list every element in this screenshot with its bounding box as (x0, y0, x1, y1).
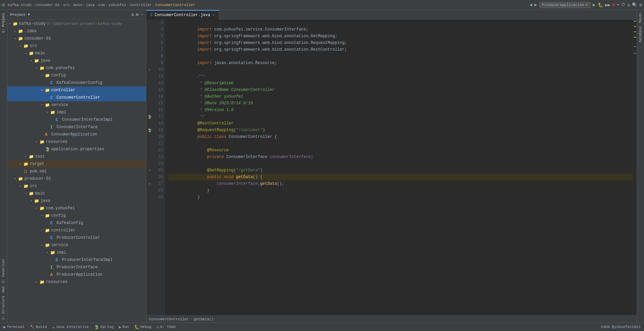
tree-item-service2[interactable]: ▾ 📁 service (7, 241, 146, 249)
tree-item-consumer-interface-impl[interactable]: C ConsumerInterfaceImpl (7, 116, 146, 123)
activity-favorites[interactable]: 2: Favorites (1, 258, 6, 284)
bc-module[interactable]: consumer-01 (35, 3, 60, 7)
maven-label[interactable]: Maven (638, 11, 643, 24)
debug-status-icon: 🐛 (134, 325, 139, 330)
bc-class[interactable]: ConsumerController (155, 3, 195, 7)
tree-label-pom: pom.xml (30, 169, 47, 174)
run-config-selector[interactable]: ProducerApplication ▼ (539, 2, 591, 8)
bc-java[interactable]: java (86, 3, 94, 7)
tree-item-main1[interactable]: ▾ 📁 main (7, 50, 146, 57)
tree-item-app-props[interactable]: 🍃 application.properties (7, 146, 146, 153)
tree-item-producer-controller[interactable]: C ProducerController (7, 234, 146, 241)
terminal-btn[interactable]: ▶ Terminal (3, 325, 24, 330)
panel-minimize-icon[interactable]: − (141, 12, 143, 17)
tree-label-java2: java (41, 199, 50, 203)
tree-item-kafka-study[interactable]: ▾ 📁 kafka-study D:\IDEA\person-project\k… (7, 20, 146, 27)
tree-item-idea[interactable]: ▸ 📁 .idea (7, 27, 146, 35)
tree-item-target[interactable]: ▾ 📁 target (7, 160, 146, 168)
coverage-btn[interactable]: ☂ (617, 2, 619, 7)
tree-label-main2: main (35, 191, 45, 196)
fb-item-method[interactable]: getData() (194, 317, 213, 321)
debug-status-btn[interactable]: 🐛 Debug (134, 325, 151, 330)
code-line-22: private ConsumerInterface consumerInterf… (168, 147, 633, 154)
tree-label-java1: java (41, 58, 50, 63)
tree-label-impl1: impl (57, 110, 66, 115)
database-label[interactable]: Database (638, 25, 643, 44)
tree-item-impl2[interactable]: ▾ 📁 impl (7, 249, 146, 256)
status-bar: ▶ Terminal 🔨 Build ☕ Java Enterprise 🍃 S… (0, 323, 644, 331)
tree-item-test[interactable]: ▸ 📁 test (7, 153, 146, 160)
more-run-btn[interactable]: ▶▶ (605, 2, 611, 8)
tree-item-com-yuhuofei2[interactable]: ▾ 📁 com.yuhuofei (7, 205, 146, 212)
tree-item-com-yuhuofei1[interactable]: ▾ 📁 com.yuhuofei (7, 64, 146, 72)
stop-btn[interactable]: ■ (612, 2, 615, 7)
tree-label-kafka-study: kafka-study (19, 21, 46, 26)
tree-label-test: test (35, 154, 45, 159)
tree-item-producer-app[interactable]: A ProducerApplication (7, 271, 146, 278)
tree-item-kafka-config[interactable]: C KafkaConfig (7, 219, 146, 227)
tree-item-controller2[interactable]: ▾ 📁 controller (7, 227, 146, 234)
nav-forward-icon[interactable]: ► (534, 2, 537, 8)
tree-item-config1[interactable]: ▾ 📁 config (7, 72, 146, 79)
tree-item-consumer01[interactable]: ▾ 📁 consumer-01 (7, 35, 146, 42)
tree-item-main2[interactable]: ▾ 📁 main (7, 190, 146, 197)
tree-item-java2[interactable]: ▾ 📁 java (7, 197, 146, 205)
tree-item-src1[interactable]: ▾ 📁 src (7, 42, 146, 50)
fb-item-class[interactable]: ConsumerController (149, 317, 189, 321)
tree-item-src2[interactable]: ▾ 📁 src (7, 182, 146, 190)
bc-yuhuofei[interactable]: yuhuofei (109, 3, 126, 7)
debug-btn[interactable]: 🐛 (598, 2, 603, 8)
tree-item-producer-interface-impl[interactable]: C ProducerInterfaceImpl (7, 256, 146, 264)
tree-label-src1: src (30, 44, 37, 48)
tree-item-controller1[interactable]: ▾ 📁 controller (7, 87, 146, 94)
tree-label-service1: service (51, 103, 68, 107)
tree-item-resources1[interactable]: ▾ 📁 resources (7, 138, 146, 146)
bc-kafka[interactable]: kafka-study (7, 3, 32, 7)
activity-project[interactable]: 1: Project (1, 11, 6, 34)
tree-item-producer-interface[interactable]: I ProducerInterface (7, 264, 146, 271)
tree-item-consumer-app[interactable]: A ConsumerApplication (7, 131, 146, 138)
tree-label-kafka-path: D:\IDEA\person-project\kafka-study (47, 22, 122, 26)
activity-web[interactable]: Web (1, 285, 6, 294)
tree-item-consumer-controller[interactable]: ▸ C ConsumerController (7, 94, 146, 101)
bc-sep2: › (60, 3, 63, 7)
tree-item-kafka-consumer-config[interactable]: ▸ C KafkaConsumerConfig (7, 79, 146, 87)
bc-src[interactable]: src (63, 3, 70, 7)
nav-back-icon[interactable]: ◄ (529, 2, 532, 8)
code-line-11: * @Description (168, 73, 633, 80)
panel-settings-icon[interactable]: ⚙ (132, 12, 134, 17)
todo-btn[interactable]: ☑ 6: TODO (157, 325, 175, 330)
tree-item-java1[interactable]: ▾ 📁 java (7, 57, 146, 64)
tree-item-producer01[interactable]: ▾ 📁 producer-01 (7, 175, 146, 182)
tab-consumer-controller[interactable]: C ConsumerController.java ✕ (146, 10, 219, 19)
tree-item-impl1[interactable]: ▾ 📁 impl (7, 109, 146, 116)
code-content[interactable]: import com.yuhuofei.service.ConsumerInte… (165, 19, 633, 315)
top-bar: ⚙ kafka-study › consumer-01 › src › main… (0, 0, 644, 10)
tree-item-consumer-interface[interactable]: I ConsumerInterface (7, 123, 146, 131)
tree-item-config2[interactable]: ▾ 📁 config (7, 212, 146, 219)
profile-btn[interactable]: ⏱ (621, 2, 625, 7)
tree-item-service1[interactable]: ▾ 📁 service (7, 101, 146, 109)
bc-main[interactable]: main (73, 3, 82, 7)
tab-close-icon[interactable]: ✕ (212, 13, 215, 17)
search-everywhere-btn[interactable]: 🔍 (632, 2, 637, 8)
settings-btn[interactable]: ⚙ (639, 2, 642, 8)
run-btn[interactable]: ▶ (593, 2, 596, 8)
csdn-credit: CSDN @yuhuofei2021 (601, 325, 641, 329)
bc-controller[interactable]: controller (130, 3, 152, 7)
tab-java-icon: C (150, 12, 153, 17)
tree-item-pom[interactable]: 🗋 pom.xml (7, 168, 146, 175)
activity-structure[interactable]: 2: Structure (1, 294, 6, 321)
build-btn[interactable]: 🔨 Build (30, 325, 47, 330)
tree-item-resources2[interactable]: ▸ 📁 resources (7, 278, 146, 286)
code-editor[interactable]: · ▸ 🍃 🍃 (146, 19, 637, 315)
fb-sep: › (190, 317, 193, 321)
tree-label-main1: main (35, 51, 45, 56)
run-status-btn[interactable]: ▶ Run (119, 325, 129, 330)
spring-btn[interactable]: 🍃 Spring (94, 325, 114, 330)
panel-expand-icon[interactable]: ⊞ (136, 12, 139, 17)
bc-com[interactable]: com (98, 3, 105, 7)
java-enterprise-btn[interactable]: ☕ Java Enterprise (52, 325, 89, 330)
reload-btn[interactable]: ↺ (627, 2, 630, 8)
tree-label-resources2: resources (46, 280, 68, 284)
